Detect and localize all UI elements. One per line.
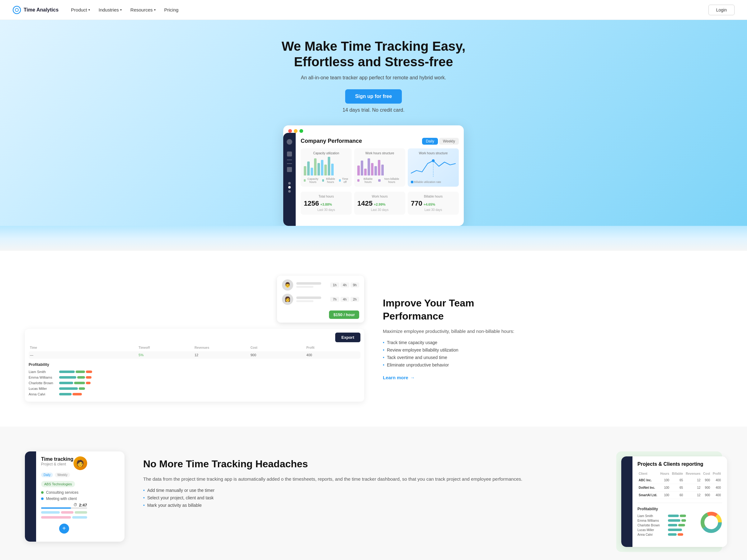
prof-row: Emma Williams — [29, 375, 360, 379]
tab-weekly[interactable]: Weekly — [55, 473, 70, 477]
performance-visuals: 👨 1h 4h 9h 👩 — [25, 276, 364, 402]
tab-weekly[interactable]: Weekly — [439, 138, 459, 145]
dashboard-preview-card: Company Performance Daily Weekly Capacit… — [283, 125, 464, 226]
section-performance: 👨 1h 4h 9h 👩 — [0, 251, 747, 427]
client-name: ABC Inc. — [638, 477, 659, 484]
employee-name-placeholder — [296, 296, 321, 299]
rate-badge-area: $150 / hour — [282, 308, 359, 319]
prof-bar — [77, 376, 85, 379]
employee-hours-1: 1h 4h 9h — [330, 283, 359, 288]
projects-panel-wrapper: Projects & Clients reporting Client Hour… — [616, 451, 722, 552]
sidebar-logo-icon — [287, 139, 292, 145]
table-data-row: — 5% 12 900 400 — [29, 351, 360, 359]
learn-more-link[interactable]: Learn more → — [383, 375, 722, 380]
bullet-item: Mark your activity as billable — [143, 503, 598, 508]
hero-section: We Make Time Tracking Easy, Effortless a… — [0, 20, 747, 226]
prof-bar — [86, 371, 92, 373]
chart-legend: Capacity hours Billable hours Time off — [304, 177, 349, 184]
nav-menu: Product ▾ Industries ▾ Resources ▾ Prici… — [71, 7, 709, 12]
prof-row-mini: Liam Smith — [638, 514, 697, 518]
tracking-header: Time tracking Project & client 🧑 — [41, 456, 87, 470]
tracking-sidebar — [25, 451, 36, 542]
prof-bar — [79, 387, 85, 390]
bar — [324, 165, 327, 176]
project-tag: ABS Technologies — [41, 481, 75, 487]
tab-daily[interactable]: Daily — [41, 473, 53, 477]
hero-headline: We Make Time Tracking Easy, Effortless a… — [280, 38, 467, 70]
projects-clients-card: Projects & Clients reporting Client Hour… — [621, 456, 727, 547]
profitability-section: Profitability Liam Smith Emma Williams — [29, 363, 360, 396]
dashboard-sidebar — [283, 133, 296, 226]
employee-name-placeholder — [296, 282, 321, 285]
dashboard-title: Company Performance — [301, 138, 362, 144]
employee-role-placeholder — [296, 286, 313, 288]
dashboard-main: Company Performance Daily Weekly Capacit… — [296, 133, 464, 226]
charts-row: Capacity utilization — [301, 149, 459, 187]
nav-item-industries[interactable]: Industries ▾ — [99, 7, 122, 12]
billable-rate-chart: Work hours structure Billable utilizatio… — [408, 149, 459, 187]
employee-row-1: 👨 1h 4h 9h — [282, 279, 359, 291]
prof-bar-group — [59, 376, 92, 379]
profitability-mini: Profitability Liam Smith Emma Williams — [638, 507, 697, 538]
capacity-chart: Capacity utilization — [301, 149, 352, 187]
logo[interactable]: Time Analytics — [12, 6, 58, 14]
bullet-item: Eliminate unproductive behavior — [383, 363, 722, 367]
projects-sidebar — [621, 456, 633, 547]
signup-button[interactable]: Sign up for free — [345, 89, 402, 104]
bullet-item: Add time manually or use the timer — [143, 488, 598, 493]
tracking-tabs: Daily Weekly — [41, 473, 87, 477]
divider — [638, 503, 722, 503]
prof-bar-group — [668, 524, 685, 526]
stat-total-hours: Total hours 1256 +3.88% Last 30 days — [301, 192, 352, 215]
time-blocks-2 — [41, 516, 87, 518]
nav-item-pricing[interactable]: Pricing — [164, 7, 179, 12]
rate-badge: $150 / hour — [329, 311, 359, 319]
stat-work-hours: Work hours 1425 +2.99% Last 30 days — [354, 192, 405, 215]
employee-rate-card: 👨 1h 4h 9h 👩 — [277, 276, 364, 323]
prof-row: Liam Smith — [29, 370, 360, 374]
card-bottom-spacer — [301, 215, 459, 221]
prof-bar-group — [59, 382, 91, 384]
prof-bar — [59, 376, 76, 379]
window-dot-yellow — [294, 129, 298, 133]
time-block — [72, 516, 87, 518]
login-button[interactable]: Login — [709, 5, 735, 15]
bullet-item: Tack overtime and unused time — [383, 355, 722, 360]
prof-bar — [59, 393, 72, 395]
prof-row: Lucas Miller — [29, 387, 360, 391]
table-header-row: Client Hours Billable Revenues Cost Prof… — [638, 471, 722, 477]
prof-bar-group — [668, 529, 682, 531]
add-entry-button[interactable]: + — [59, 524, 69, 534]
prof-row-mini: Emma Williams — [638, 519, 697, 522]
tracking-bullets: Add time manually or use the timer Selec… — [143, 488, 598, 508]
export-button[interactable]: Export — [335, 332, 360, 342]
spacer — [41, 534, 87, 537]
profitability-and-donut: Profitability Liam Smith Emma Williams — [638, 507, 722, 538]
svg-point-0 — [13, 6, 21, 14]
prof-row-mini: Lucas Miller — [638, 528, 697, 532]
prof-bar — [76, 371, 85, 373]
prof-row-mini: Charlotte Brown — [638, 524, 697, 527]
nav-item-product[interactable]: Product ▾ — [71, 7, 90, 12]
progress-bar — [41, 507, 87, 509]
logo-icon — [12, 6, 21, 14]
prof-bar-group — [668, 514, 686, 517]
tab-daily[interactable]: Daily — [422, 138, 438, 145]
window-dot-green — [300, 129, 303, 133]
arrow-right-icon: → — [410, 375, 415, 380]
table-row: SmartAI Ltd. 100 60 12 900 400 — [638, 491, 722, 499]
nav-item-resources[interactable]: Resources ▾ — [130, 7, 156, 12]
bar — [321, 160, 324, 176]
brand-name: Time Analytics — [24, 7, 58, 13]
spacer — [638, 538, 722, 542]
employee-role-placeholder — [296, 300, 313, 302]
section-title: Improve Your Team Performance — [383, 297, 722, 323]
time-block — [75, 511, 87, 514]
employee-avatar-2: 👩 — [282, 294, 293, 305]
employee-avatar-1: 👨 — [282, 279, 293, 291]
employee-hours-2: 7h 4h 2h — [330, 297, 359, 302]
chevron-down-icon: ▾ — [88, 8, 90, 11]
sidebar-nav-icon — [287, 152, 292, 157]
nav-login[interactable]: Login — [709, 5, 735, 15]
prof-bar — [74, 382, 85, 384]
